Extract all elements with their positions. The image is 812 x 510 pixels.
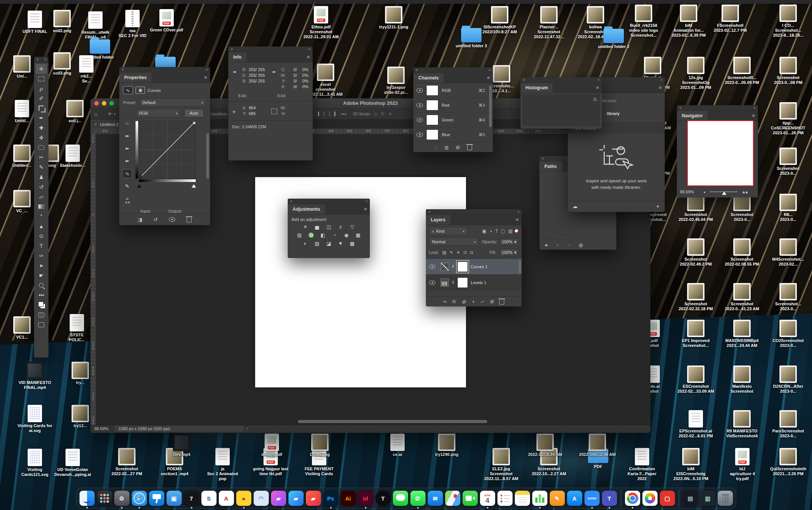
panel-drag-bar[interactable]: × « [426, 209, 522, 215]
visibility-eye-icon[interactable] [416, 118, 423, 122]
adjustment-curves-icon[interactable]: ◫ [326, 224, 332, 230]
black-point-eyedropper-icon[interactable]: ✒ [123, 132, 132, 140]
tool-object-selection[interactable]: ✐ [36, 93, 47, 103]
desktop-icon[interactable]: 12s.jpg Screenshot3g 2023-01...09 PM [675, 57, 717, 90]
panel-menu-icon[interactable]: ≡ [204, 75, 207, 80]
delete-layer-icon[interactable] [499, 299, 504, 305]
delete-channel-icon[interactable] [467, 144, 472, 150]
desktop-icon[interactable]: Screenshot... 2023-0... [767, 283, 809, 311]
dock-safari[interactable] [132, 491, 147, 506]
desktop-icon[interactable]: EPScreenshot.ai 2022-02...6.01 PM [675, 410, 717, 438]
dock-affinity-photo[interactable]: ▰ [271, 491, 286, 506]
tool-healing-brush[interactable]: ✜ [36, 133, 47, 143]
desktop-icon[interactable]: M4Screenshot... 2023-02... [767, 238, 809, 267]
horizontal-scrollbar[interactable] [298, 420, 487, 423]
desktop-icon[interactable]: Screenshot 2023-0...41.23 AM [721, 283, 763, 311]
panel-menu-icon[interactable]: ≡ [364, 206, 367, 212]
reset-icon[interactable]: ↺ [154, 217, 158, 222]
load-selection-icon[interactable]: ◌ [434, 145, 437, 150]
panel-drag-bar[interactable]: × « [288, 199, 370, 204]
desktop-icon[interactable]: DOME.jpg [299, 434, 341, 457]
desktop-icon[interactable]: Screenshot 2023-0... [721, 194, 763, 222]
close-icon[interactable]: × [416, 67, 418, 73]
opacity-value[interactable]: 100%▾ [499, 238, 519, 246]
desktop-icon[interactable]: Screenshot 2022-02.49.2 PM [675, 238, 717, 267]
panel-drag-bar[interactable]: × » [34, 57, 48, 63]
desktop-icon[interactable]: ScreenshotR... 2023-0...05.09 PM [721, 57, 763, 85]
desktop-icon[interactable]: Planner... Screenshot 2022-11.47.32... [528, 6, 570, 39]
channel-row[interactable]: Blue⌘5 [413, 128, 493, 142]
dock-numbers[interactable] [532, 491, 547, 506]
clip-to-layer-icon[interactable]: ◨ [138, 217, 142, 222]
desktop-icon[interactable]: Screenshot 2022-02...27 PM [106, 448, 148, 476]
zoom-out-icon[interactable]: ▲ [703, 190, 706, 194]
tool-crop[interactable] [36, 103, 47, 113]
path-as-selection-icon[interactable]: ◌ [567, 242, 570, 248]
channel-row[interactable]: RGB⌘2 [413, 83, 493, 98]
desktop-icon[interactable]: FScreenshotl 2023-02..12.7 PM [709, 5, 751, 33]
desktop-icon[interactable]: 2022-106...2.48 AM [577, 434, 618, 457]
desktop-icon[interactable]: Buell_rrk2158 video site logo Screenshot… [623, 5, 664, 38]
tool-gradient[interactable] [36, 202, 47, 211]
adjustment-levels-icon[interactable]: ▅ [314, 224, 321, 230]
add-layer-mask-icon[interactable]: ◍ [462, 299, 466, 304]
caret-down-icon[interactable]: ▾ [114, 109, 115, 119]
dock-chrome[interactable] [625, 491, 640, 506]
desktop-icon[interactable]: Manifesto Screenshot [721, 365, 763, 394]
more-options-icon[interactable]: ••• [341, 109, 347, 119]
tool-path-selection[interactable]: ➤ [36, 261, 47, 271]
tool-blur[interactable]: ❜ [36, 211, 47, 221]
desktop-icon[interactable]: Stakeholde... [52, 145, 94, 168]
desktop-icon[interactable]: VID MANIFESTO FINAL.mp4 [14, 362, 56, 390]
dock-sketchup[interactable]: S [201, 491, 217, 506]
new-adjustment-layer-icon[interactable]: ◑ [472, 299, 474, 304]
close-icon[interactable]: × [122, 67, 124, 72]
new-group-icon[interactable]: ▱ [480, 299, 484, 304]
visibility-eye-icon[interactable] [429, 280, 435, 285]
tool-eyedropper[interactable]: ✒ [36, 113, 47, 123]
dock-zoom[interactable]: zoom [584, 491, 600, 506]
document-size-field[interactable]: 1080 px x 1080 px (500 ppi) [115, 426, 243, 432]
new-layer-icon[interactable]: ⊞ [490, 299, 494, 304]
layer-mask-thumbnail[interactable] [457, 261, 468, 272]
filter-adjustment-layers-icon[interactable]: ◑ [489, 229, 492, 234]
add-mask-icon[interactable]: ◍ [578, 242, 583, 248]
panel-menu-icon[interactable]: ≡ [752, 113, 755, 118]
black-point-slider[interactable] [137, 182, 142, 188]
dock-indesign[interactable]: Id [358, 491, 373, 506]
desktop-icon[interactable]: Screenshot 2023-0...08 PM [767, 57, 809, 85]
collapse-icon[interactable]: « [308, 47, 310, 52]
tool-edit-toolbar[interactable]: ••• [36, 290, 47, 300]
cloud-sync-icon[interactable]: ☁ [572, 203, 578, 209]
channel-row[interactable]: Green⌘4 [413, 113, 493, 128]
curve-point-icon[interactable]: ∿ [123, 169, 132, 178]
tool-rectangular-marquee[interactable] [36, 74, 47, 84]
new-channel-icon[interactable]: ⊞ [456, 145, 460, 150]
tool-history-brush[interactable]: ↺ [36, 182, 47, 192]
dock-photos[interactable] [642, 491, 658, 506]
dock-screens-app[interactable]: ▣ [167, 491, 182, 506]
desktop-icon[interactable]: ESCreenshot 2022-02...33.09 AM [675, 365, 717, 394]
histogram-toggle-icon[interactable]: ▲▲ [125, 200, 130, 204]
layer-mask-icon[interactable] [136, 87, 145, 94]
adjustment-exposure-icon[interactable]: ± [337, 224, 344, 230]
desktop-icon[interactable]: try1expor slide-02.pr... [375, 67, 417, 95]
collapse-icon[interactable]: « [517, 209, 519, 215]
adjustment-threshold-icon[interactable]: ◪ [326, 240, 332, 246]
visibility-eye-icon[interactable] [416, 103, 423, 107]
layer-mask-thumbnail[interactable] [457, 277, 468, 288]
dock-miro[interactable]: » [236, 491, 251, 506]
tab-paths[interactable]: Paths [539, 162, 562, 171]
desktop-icon[interactable]: Visiting Cards for ai.svg [14, 405, 56, 433]
tool-quick-mask[interactable] [36, 310, 47, 320]
tool-zoom[interactable] [36, 280, 47, 290]
panel-drag-bar[interactable]: × « [228, 47, 313, 52]
layer-row[interactable]: 8Curves 1 [426, 259, 522, 275]
dock-calendar[interactable]: APR4 [480, 491, 495, 506]
desktop-icon[interactable]: Resum...utwik FINAL...o4 [75, 11, 116, 40]
tab-histogram[interactable]: Histogram [521, 83, 553, 93]
dock-notes[interactable] [515, 491, 530, 506]
desktop-icon[interactable]: Screenshot 2022-02.45.04 PM [675, 194, 717, 222]
tab-layers[interactable]: Layers [426, 215, 450, 225]
desktop-icon[interactable]: tryy1211-1.png [373, 6, 415, 30]
